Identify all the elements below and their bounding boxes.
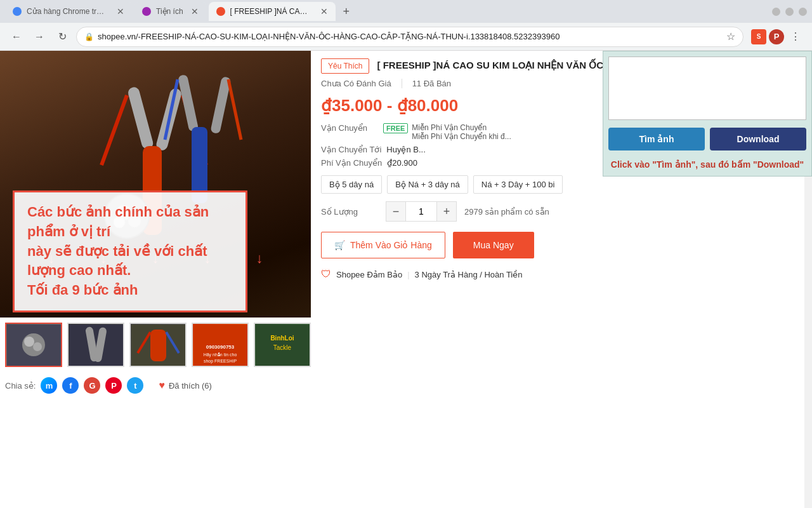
- close-button[interactable]: ✕: [799, 8, 807, 16]
- svg-rect-9: [178, 74, 199, 132]
- thumbnail-img-4: 0903090753 Hãy nhắn tin cho shop FREESHI…: [193, 324, 247, 366]
- svg-text:BinhLoi: BinhLoi: [270, 335, 294, 342]
- option-btn-2[interactable]: Bộ Ná + 3 dây ná: [387, 175, 468, 194]
- download-button[interactable]: Download: [710, 128, 806, 150]
- profile-icon[interactable]: P: [769, 29, 784, 44]
- quantity-controls: − +: [386, 201, 457, 222]
- tab-2-close[interactable]: ✕: [191, 6, 199, 17]
- ship-fee-label: Phí Vận Chuyển: [321, 158, 382, 168]
- svg-rect-0: [127, 86, 154, 150]
- toolbar-right: S P ⋮: [751, 28, 804, 46]
- guarantee-icon: 🛡: [321, 269, 331, 280]
- tab-2[interactable]: Tiện ích ✕: [134, 2, 206, 21]
- free-ship-text: Miễn Phí Vận Chuyển: [412, 123, 511, 132]
- option-btn-3[interactable]: Ná + 3 Dây + 100 bi: [473, 175, 563, 194]
- maximize-button[interactable]: □: [785, 8, 794, 16]
- thumb-svg-5: BinhLoi Tackle: [256, 324, 310, 366]
- ship-to-value: Huyện B...: [386, 145, 425, 154]
- quantity-decrease[interactable]: −: [386, 202, 405, 221]
- heart-icon: ♥: [159, 380, 165, 391]
- tab-3[interactable]: [ FREESHIP ]NÁ CAO SU KIM LOẠ... ✕: [209, 2, 336, 21]
- thumbnail-1[interactable]: [5, 323, 62, 367]
- tab-1-label: Cửa hàng Chrome trực tuyến - c...: [27, 7, 109, 16]
- options-section: Bộ 5 dây ná Bộ Ná + 3 dây ná Ná + 3 Dây …: [321, 175, 802, 194]
- thumbnail-img-2: [69, 324, 123, 366]
- tim-anh-button[interactable]: Tìm ảnh: [608, 128, 705, 150]
- widget-buttons: Tìm ảnh Download: [603, 128, 811, 156]
- toolbar: ← → ↻ 🔒 shopee.vn/-FREESHIP-NÁ-CAO-SU-KI…: [0, 23, 812, 51]
- sold-text: 11 Đã Bán: [402, 79, 451, 88]
- widget-hint: Click vào "Tìm ảnh", sau đó bấm "Downloa…: [603, 156, 811, 176]
- add-to-cart-button[interactable]: 🛒 Thêm Vào Giỏ Hàng: [321, 232, 445, 258]
- tab-1-close[interactable]: ✕: [117, 6, 124, 17]
- messenger-icon[interactable]: m: [41, 377, 57, 394]
- yeu-thich-button[interactable]: Yêu Thích: [321, 58, 369, 74]
- tab-2-icon: [142, 7, 151, 16]
- thumb-svg-2: [69, 324, 123, 366]
- thumbnail-img-5: BinhLoi Tackle: [255, 324, 310, 366]
- minimize-button[interactable]: —: [772, 8, 780, 16]
- free-ship-badge: FREE: [383, 123, 408, 133]
- shopee-extension-icon: S: [751, 29, 766, 44]
- shipping-value: FREE Miễn Phí Vận Chuyển Miễn Phí Vận Ch…: [383, 123, 511, 141]
- thumbnail-2[interactable]: [67, 323, 124, 367]
- thumbnail-5[interactable]: BinhLoi Tackle: [254, 323, 311, 367]
- thumb-svg-3: [131, 324, 185, 366]
- ship-details-1: Miễn Phí Vận Chuyển Miễn Phí Vận Chuyển …: [412, 123, 511, 141]
- menu-button[interactable]: ⋮: [787, 28, 804, 46]
- pinterest-icon[interactable]: P: [105, 377, 122, 394]
- thumbnails-row: 0903090753 Hãy nhắn tin cho shop FREESHI…: [0, 318, 311, 372]
- guarantee-row: 🛡 Shopee Đảm Bảo | 3 Ngày Trả Hàng / Hoà…: [321, 269, 802, 280]
- guarantee-label: Shopee Đảm Bảo: [336, 270, 402, 279]
- share-label: Chia sẻ:: [5, 381, 36, 391]
- action-buttons: 🛒 Thêm Vào Giỏ Hàng Mua Ngay: [321, 232, 802, 258]
- tab-1-icon: [13, 7, 22, 16]
- window-controls: — □ ✕: [772, 8, 807, 16]
- facebook-icon[interactable]: f: [62, 377, 79, 394]
- options-row: Bộ 5 dây ná Bộ Ná + 3 dây ná Ná + 3 Dây …: [321, 175, 802, 194]
- svg-text:shop FREESHIP: shop FREESHIP: [203, 359, 236, 364]
- arrow-5: ↓: [256, 250, 263, 267]
- tab-3-icon: [216, 7, 225, 16]
- bookmark-icon[interactable]: ☆: [726, 30, 735, 43]
- stock-text: 2979 sản phẩm có sẵn: [464, 207, 549, 217]
- gplus-icon[interactable]: G: [84, 377, 100, 394]
- widget-textarea[interactable]: [608, 57, 806, 120]
- browser-frame: Cửa hàng Chrome trực tuyến - c... ✕ Tiện…: [0, 0, 812, 508]
- svg-rect-22: [150, 330, 166, 361]
- shipping-value-2: Huyện B...: [386, 145, 425, 154]
- twitter-icon[interactable]: t: [127, 377, 143, 394]
- address-bar[interactable]: 🔒 shopee.vn/-FREESHIP-NÁ-CAO-SU-KIM-LOẠI…: [76, 27, 743, 47]
- lock-icon: 🔒: [84, 32, 94, 41]
- new-tab-button[interactable]: +: [338, 3, 355, 21]
- tab-1[interactable]: Cửa hàng Chrome trực tuyến - c... ✕: [5, 2, 132, 21]
- like-row: ♥ Đã thích (6): [159, 380, 211, 391]
- option-btn-1[interactable]: Bộ 5 dây ná: [321, 175, 382, 194]
- buy-now-button[interactable]: Mua Ngay: [453, 232, 534, 258]
- quantity-input[interactable]: [405, 202, 437, 221]
- like-text: Đã thích (6): [169, 381, 212, 391]
- rating-text: Chưa Có Đánh Giá: [321, 79, 391, 88]
- forward-button[interactable]: →: [30, 28, 48, 46]
- thumbnail-3[interactable]: [129, 323, 187, 367]
- widget-panel: Tìm ảnh Download Click vào "Tìm ảnh", sa…: [603, 51, 812, 177]
- tab-bar: Cửa hàng Chrome trực tuyến - c... ✕ Tiện…: [0, 0, 812, 23]
- shipping-value-3: ₫20.900: [387, 158, 417, 168]
- page-content: ↓ ↓ ↓ ↓ ↓ Các bức ảnh chính của sản phẩm…: [0, 51, 812, 508]
- svg-text:Hãy nhắn tin cho: Hãy nhắn tin cho: [203, 352, 237, 358]
- thumbnail-img-1: [6, 324, 61, 366]
- add-to-cart-label: Thêm Vào Giỏ Hàng: [350, 240, 432, 250]
- overlay-text: Các bức ảnh chính của sản phẩm ở vị trí …: [27, 203, 233, 300]
- thumbnail-4[interactable]: 0903090753 Hãy nhắn tin cho shop FREESHI…: [192, 323, 249, 367]
- svg-text:0903090753: 0903090753: [206, 344, 234, 350]
- red-box-overlay: Các bức ảnh chính của sản phẩm ở vị trí …: [13, 190, 247, 312]
- cart-icon: 🛒: [334, 240, 345, 250]
- quantity-increase[interactable]: +: [437, 202, 456, 221]
- guarantee-divider: |: [407, 270, 409, 279]
- tab-3-close[interactable]: ✕: [320, 6, 328, 17]
- quantity-label: Số Lượng: [321, 207, 378, 217]
- tab-2-label: Tiện ích: [156, 7, 183, 16]
- back-button[interactable]: ←: [8, 28, 25, 46]
- refresh-button[interactable]: ↻: [53, 28, 71, 46]
- svg-point-16: [24, 337, 34, 347]
